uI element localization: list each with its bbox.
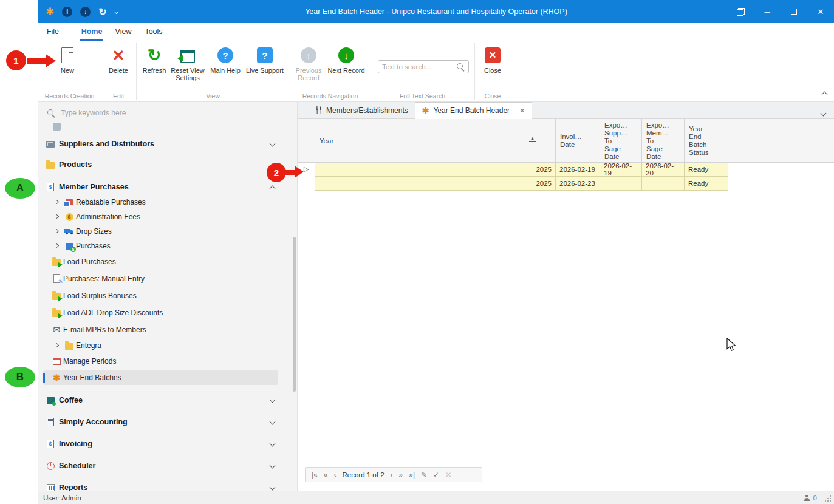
maximize-button[interactable] xyxy=(781,0,807,23)
expand-icon[interactable] xyxy=(55,243,59,248)
sidebar-item-load-surplus-bonuses[interactable]: Load Surplus Bonuses xyxy=(38,288,298,303)
sync-icon[interactable] xyxy=(98,6,106,18)
sidebar-item-email-mprs-to-members[interactable]: E-mail MPRs to Members xyxy=(38,322,298,337)
sidebar-item-load-adl-drop-size-discounts[interactable]: Load ADL Drop Size Discounts xyxy=(38,305,298,320)
cell-export-members-date[interactable] xyxy=(642,177,685,191)
cancel-changes-button[interactable] xyxy=(445,471,451,478)
sidebar-item-administration-fees[interactable]: Administration Fees xyxy=(38,209,298,224)
sidebar-scrollbar[interactable] xyxy=(293,237,296,392)
column-header-export-members-to-sage-date[interactable]: Expo… Mem… To Sage Date xyxy=(642,119,685,163)
cell-status[interactable]: Ready xyxy=(685,177,728,191)
sidebar-item-member-purchases[interactable]: Member Purchases xyxy=(38,179,298,195)
tab-members-establishments[interactable]: Members/Establishments xyxy=(309,102,415,118)
ribbon-separator xyxy=(101,43,101,100)
selected-row-marker-icon[interactable] xyxy=(304,165,309,173)
expand-icon[interactable] xyxy=(55,200,59,204)
expand-icon[interactable] xyxy=(55,343,59,347)
close-tab-icon[interactable] xyxy=(519,107,525,115)
live-support-button[interactable]: Live Support xyxy=(245,46,284,74)
chart-icon xyxy=(46,483,55,491)
minimize-button[interactable] xyxy=(754,0,781,23)
sidebar-item-reports[interactable]: Reports xyxy=(38,480,298,491)
sidebar-item-purchases-manual-entry[interactable]: Purchases: Manual Entry xyxy=(38,271,298,286)
sidebar-item-suppliers-and-distributors[interactable]: Suppliers and Distributors xyxy=(38,136,298,152)
refresh-button[interactable]: Refresh xyxy=(137,46,171,74)
selection-indicator-bar xyxy=(43,373,45,383)
cell-invoice-date[interactable]: 2026-02-23 xyxy=(556,177,600,191)
sidebar-item-manage-periods[interactable]: Manage Periods xyxy=(38,354,298,369)
next-page-button[interactable] xyxy=(399,471,403,478)
edit-record-button[interactable] xyxy=(421,471,427,478)
chevron-down-icon[interactable] xyxy=(270,485,276,491)
user-icon xyxy=(804,495,810,502)
menu-home[interactable]: Home xyxy=(78,23,106,40)
menu-file[interactable]: File xyxy=(43,23,63,40)
first-record-button[interactable] xyxy=(312,471,318,478)
sidebar-item-coffee[interactable]: Coffee xyxy=(38,392,298,408)
main-help-button[interactable]: Main Help xyxy=(207,46,244,74)
quick-access-dropdown-icon[interactable] xyxy=(114,9,118,13)
search-input[interactable] xyxy=(382,63,454,70)
expand-icon[interactable] xyxy=(55,229,59,233)
chevron-down-icon[interactable] xyxy=(270,441,276,447)
cell-invoice-date[interactable]: 2026-02-19 xyxy=(556,163,600,177)
titlebar-circle-icon-2[interactable] xyxy=(80,7,91,17)
accept-changes-button[interactable] xyxy=(433,471,439,478)
tab-list-button[interactable] xyxy=(821,109,825,117)
menu-view[interactable]: View xyxy=(112,23,135,40)
sidebar-item-simply-accounting[interactable]: Simply Accounting xyxy=(38,414,298,430)
purchases-icon xyxy=(64,241,74,251)
sidebar-item-label: Products xyxy=(59,160,92,169)
grid-row-1[interactable]: 2025 2026-02-19 2026-02-19 2026-02-20 Re… xyxy=(315,163,728,177)
titlebar-circle-icon-1[interactable]: i xyxy=(62,7,72,17)
tab-year-end-batch-header[interactable]: Year End Batch Header xyxy=(415,102,533,119)
last-record-button[interactable] xyxy=(409,471,415,478)
column-header-invoice-date[interactable]: Invoi… Date xyxy=(556,119,600,163)
cell-export-members-date[interactable]: 2026-02-20 xyxy=(642,163,685,177)
next-record-button[interactable] xyxy=(391,471,393,478)
sidebar-item-partial[interactable] xyxy=(38,119,298,134)
sidebar-item-products[interactable]: Products xyxy=(38,157,298,172)
sidebar-item-scheduler[interactable]: Scheduler xyxy=(38,458,298,474)
window-controls xyxy=(727,0,834,23)
next-record-button[interactable]: Next Record xyxy=(327,46,366,74)
sidebar-item-year-end-batches[interactable]: Year End Batches xyxy=(38,370,298,385)
sidebar-item-drop-sizes[interactable]: Drop Sizes xyxy=(38,224,298,239)
menu-tools[interactable]: Tools xyxy=(141,23,166,40)
previous-record-button[interactable]: Previous Record xyxy=(290,46,327,81)
chevron-up-icon[interactable] xyxy=(270,186,276,192)
cell-year[interactable]: 2025 xyxy=(315,177,556,191)
sidebar-item-invoicing[interactable]: Invoicing xyxy=(38,436,298,452)
app-window: i Year End Batch Header - Unipco Restaur… xyxy=(38,0,834,504)
chevron-down-icon[interactable] xyxy=(270,397,276,403)
grid-row-2[interactable]: 2025 2026-02-23 Ready xyxy=(315,177,728,191)
sidebar-item-load-purchases[interactable]: Load Purchases xyxy=(38,254,298,269)
cell-export-suppliers-date[interactable]: 2026-02-19 xyxy=(600,163,642,177)
search-icon[interactable] xyxy=(456,63,465,71)
cell-export-suppliers-date[interactable] xyxy=(600,177,642,191)
close-window-button[interactable] xyxy=(807,0,834,23)
load-folder-icon xyxy=(52,308,61,318)
chevron-down-icon[interactable] xyxy=(270,419,276,425)
previous-page-button[interactable] xyxy=(324,471,328,478)
switch-windows-button[interactable] xyxy=(727,0,754,23)
column-header-year-end-batch-status[interactable]: Year End Batch Status xyxy=(685,119,728,163)
sidebar-item-rebatable-purchases[interactable]: Rebatable Purchases xyxy=(38,195,298,209)
sidebar-item-entegra[interactable]: Entegra xyxy=(38,338,298,353)
chevron-down-icon[interactable] xyxy=(270,463,276,469)
cell-year[interactable]: 2025 xyxy=(315,163,556,177)
delete-button[interactable]: Delete xyxy=(101,46,135,74)
keywords-search-input[interactable] xyxy=(61,109,287,117)
previous-record-button[interactable] xyxy=(333,471,336,478)
reset-view-settings-button[interactable]: Reset View Settings xyxy=(169,46,206,81)
close-button[interactable]: Close xyxy=(476,46,510,74)
collapse-ribbon-button[interactable] xyxy=(822,90,827,98)
chevron-down-icon[interactable] xyxy=(270,141,276,147)
help-square-icon xyxy=(257,47,273,63)
sidebar-item-purchases[interactable]: Purchases xyxy=(38,239,298,253)
expand-icon[interactable] xyxy=(55,214,59,219)
cell-status[interactable]: Ready xyxy=(685,163,728,177)
column-header-year[interactable]: Year xyxy=(315,119,556,163)
column-header-export-suppliers-to-sage-date[interactable]: Expo… Supp… To Sage Date xyxy=(600,119,642,163)
resize-grip[interactable] xyxy=(824,495,831,502)
